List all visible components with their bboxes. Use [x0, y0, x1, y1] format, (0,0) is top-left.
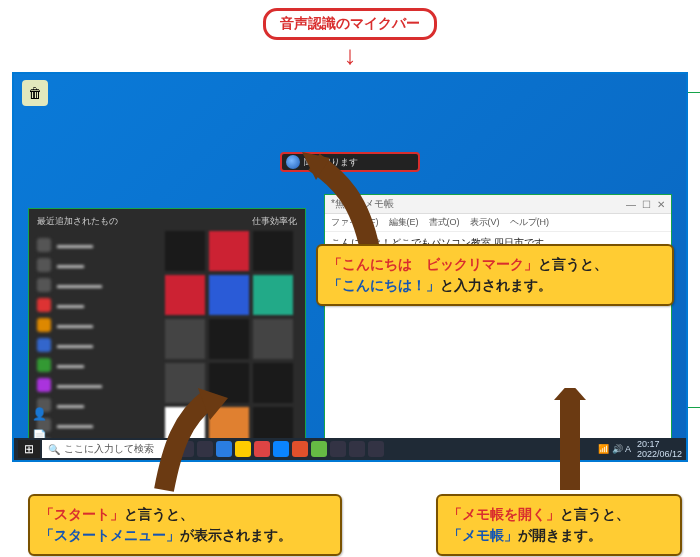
menu-format[interactable]: 書式(O)	[429, 216, 460, 229]
user-icon[interactable]: 👤	[32, 407, 47, 421]
notepad-menubar[interactable]: ファイル(F) 編集(E) 書式(O) 表示(V) ヘルプ(H)	[325, 214, 671, 232]
tray-icons[interactable]: 📶 🔊 A	[598, 444, 631, 454]
sm-prod-header: 仕事効率化	[252, 215, 297, 228]
callout-notepad-say: 「こんにちは ビックリマーク」と言うと、 「こんにちは！」と入力されます。	[316, 244, 674, 306]
menu-edit[interactable]: 編集(E)	[389, 216, 419, 229]
search-icon: 🔍	[48, 444, 60, 455]
recycle-bin-icon[interactable]: 🗑	[22, 80, 48, 106]
taskbar-pinned[interactable]	[178, 441, 384, 457]
maximize-icon[interactable]: ☐	[642, 199, 651, 210]
close-icon[interactable]: ✕	[657, 199, 665, 210]
notepad-window[interactable]: *無題 - メモ帳 — ☐ ✕ ファイル(F) 編集(E) 書式(O) 表示(V…	[324, 194, 672, 462]
speech-mic-bar[interactable]: 聞き取ります	[280, 152, 420, 172]
taskbar-search[interactable]: 🔍 ここに入力して検索	[42, 440, 172, 458]
notepad-title-text: *無題 - メモ帳	[331, 197, 394, 211]
minimize-icon[interactable]: —	[626, 199, 636, 210]
callout-memo-say: 「メモ帳を開く」と言うと、 「メモ帳」が開きます。	[436, 494, 682, 556]
search-placeholder: ここに入力して検索	[64, 442, 154, 456]
title-callout: 音声認識のマイクバー	[263, 8, 437, 40]
menu-file[interactable]: ファイル(F)	[331, 216, 379, 229]
tray-clock[interactable]: 20:172022/06/12	[637, 439, 682, 459]
sm-recent-header: 最近追加されたもの	[37, 215, 118, 228]
notepad-titlebar[interactable]: *無題 - メモ帳 — ☐ ✕	[325, 195, 671, 214]
menu-help[interactable]: ヘルプ(H)	[510, 216, 550, 229]
arrow-down-icon: ↓	[344, 42, 357, 68]
callout-start-say: 「スタート」と言うと、 「スタートメニュー」が表示されます。	[28, 494, 342, 556]
mic-status: 聞き取ります	[304, 156, 358, 169]
taskbar-tray[interactable]: 📶 🔊 A 20:172022/06/12	[598, 439, 682, 459]
menu-view[interactable]: 表示(V)	[470, 216, 500, 229]
sm-tiles[interactable]	[165, 231, 301, 462]
taskbar[interactable]: ⊞ 🔍 ここに入力して検索 📶 🔊 A 20:172022/06/12	[14, 438, 686, 460]
mic-icon	[286, 155, 300, 169]
start-button[interactable]: ⊞	[18, 440, 40, 458]
start-menu[interactable]: 最近追加されたもの 仕事効率化 ▬▬▬▬ ▬▬▬ ▬▬▬▬▬ ▬▬▬ ▬▬▬▬ …	[28, 208, 306, 462]
